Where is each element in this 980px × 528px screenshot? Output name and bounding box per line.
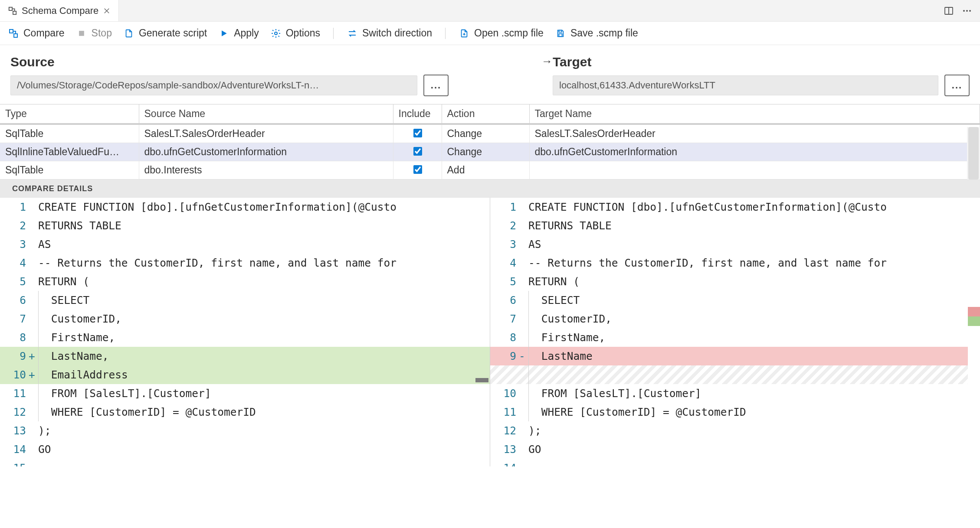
table-row[interactable]: SqlTabledbo.InterestsAdd [0, 161, 980, 179]
svg-rect-7 [10, 29, 13, 33]
diff-mark: + [29, 365, 38, 384]
toolbar-label: Save .scmp file [570, 27, 638, 39]
compare-button[interactable]: Compare [8, 27, 65, 39]
line-number: 12 [490, 421, 519, 440]
svg-point-10 [275, 32, 277, 35]
code-text: AS [38, 235, 51, 254]
line-number: 5 [0, 272, 29, 291]
cell-action: Change [442, 124, 529, 143]
cell-type: SqlInlineTableValuedFu… [0, 143, 139, 161]
table-scrollbar[interactable] [967, 127, 980, 179]
switch-direction-button[interactable]: Switch direction [347, 27, 432, 39]
code-text: RETURNS TABLE [528, 216, 612, 235]
line-number: 11 [490, 403, 519, 421]
code-text: RETURN ( [528, 272, 580, 291]
split-editor-icon[interactable] [944, 6, 954, 16]
code-line: 5RETURN ( [490, 272, 980, 291]
svg-rect-1 [13, 11, 16, 14]
apply-button[interactable]: Apply [218, 27, 259, 39]
indent-guide [528, 310, 535, 328]
header-type[interactable]: Type [0, 104, 139, 124]
cell-target-name [529, 161, 980, 179]
indent-guide [528, 347, 535, 365]
include-checkbox[interactable] [413, 129, 422, 137]
line-number: 8 [0, 328, 29, 347]
toolbar-label: Apply [234, 27, 259, 39]
save-scmp-button[interactable]: Save .scmp file [555, 27, 638, 39]
source-column: Source /Volumes/Storage/CodeRepos/sample… [10, 55, 449, 96]
toolbar-label: Compare [23, 27, 65, 39]
tab-bar-actions [944, 0, 980, 21]
target-input[interactable]: localhost,61433.AdventureWorksLTT [553, 75, 938, 95]
source-browse-button[interactable]: ... [423, 75, 449, 96]
open-scmp-button[interactable]: Open .scmp file [459, 27, 544, 39]
code-line: 1CREATE FUNCTION [dbo].[ufnGetCustomerIn… [490, 198, 980, 216]
script-icon [123, 28, 134, 39]
code-line: 10 FROM [SalesLT].[Customer] [490, 384, 980, 403]
code-text: RETURNS TABLE [38, 216, 121, 235]
line-number: 14 [490, 459, 519, 466]
cell-include [393, 143, 442, 161]
cell-type: SqlTable [0, 161, 139, 179]
details-header: COMPARE DETAILS [0, 179, 980, 198]
line-number: 15 [0, 459, 29, 466]
stop-button: Stop [76, 27, 112, 39]
indent-guide [38, 365, 45, 384]
table-row[interactable]: SqlTableSalesLT.SalesOrderHeaderChangeSa… [0, 124, 980, 143]
line-number: 14 [0, 440, 29, 459]
diff-pane-source[interactable]: 1CREATE FUNCTION [dbo].[ufnGetCustomerIn… [0, 198, 490, 466]
indent-guide [528, 328, 535, 347]
code-text: FirstName, [45, 328, 115, 347]
code-text: CREATE FUNCTION [dbo].[ufnGetCustomerInf… [528, 198, 887, 216]
code-line: 1CREATE FUNCTION [dbo].[ufnGetCustomerIn… [0, 198, 490, 216]
code-line: 6 SELECT [490, 291, 980, 310]
toolbar-separator [333, 28, 334, 39]
minimap[interactable] [968, 198, 980, 466]
line-number: 5 [490, 272, 519, 291]
code-text: AS [528, 235, 541, 254]
header-target-name[interactable]: Target Name [529, 104, 980, 124]
code-line: 2RETURNS TABLE [490, 216, 980, 235]
code-line: 5RETURN ( [0, 272, 490, 291]
toolbar-label: Open .scmp file [474, 27, 544, 39]
indent-guide [38, 310, 45, 328]
header-action[interactable]: Action [442, 104, 529, 124]
save-icon [555, 28, 566, 39]
header-include[interactable]: Include [393, 104, 442, 124]
svg-rect-9 [79, 31, 84, 36]
indent-guide [38, 347, 45, 365]
swap-icon [347, 28, 358, 39]
include-checkbox[interactable] [413, 165, 422, 174]
target-browse-button[interactable]: ... [944, 75, 970, 96]
include-checkbox[interactable] [413, 147, 422, 156]
target-picker-row: localhost,61433.AdventureWorksLTT ... [553, 75, 970, 96]
scrollbar-thumb[interactable] [968, 127, 979, 179]
indent-guide [528, 384, 535, 403]
cell-type: SqlTable [0, 124, 139, 143]
close-icon[interactable] [103, 7, 111, 15]
code-line: 12); [490, 421, 980, 440]
source-target-row: Source /Volumes/Storage/CodeRepos/sample… [0, 45, 980, 104]
generate-script-button[interactable]: Generate script [123, 27, 207, 39]
overview-sash-left[interactable] [475, 378, 488, 382]
line-number: 6 [490, 291, 519, 310]
header-source-name[interactable]: Source Name [139, 104, 393, 124]
svg-rect-0 [9, 7, 12, 10]
code-line: 9+ LastName, [0, 347, 490, 365]
line-number: 12 [0, 403, 29, 421]
line-number: 3 [0, 235, 29, 254]
tab-schema-compare[interactable]: Schema Compare [0, 0, 119, 21]
direction-arrow: → [449, 55, 553, 72]
options-button[interactable]: Options [270, 27, 320, 39]
line-number: 7 [0, 310, 29, 328]
svg-rect-8 [14, 34, 17, 37]
gear-icon [270, 28, 282, 39]
diff-pane-target[interactable]: 1CREATE FUNCTION [dbo].[ufnGetCustomerIn… [490, 198, 980, 466]
more-icon[interactable] [962, 6, 972, 16]
svg-point-6 [969, 10, 971, 12]
source-input[interactable]: /Volumes/Storage/CodeRepos/sample-sandbo… [10, 75, 417, 95]
table-row[interactable]: SqlInlineTableValuedFu…dbo.ufnGetCustome… [0, 143, 980, 161]
line-number: 13 [490, 440, 519, 459]
file-open-icon [459, 28, 470, 39]
code-line: 13GO [490, 440, 980, 459]
